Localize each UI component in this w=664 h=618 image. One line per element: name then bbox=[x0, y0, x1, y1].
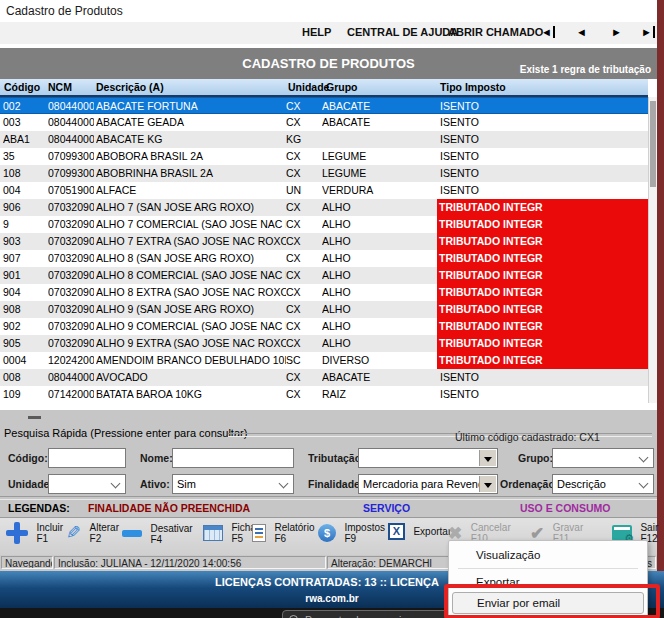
export-context-menu: Visualização Exportar Enviar por email bbox=[448, 540, 648, 618]
menu-item-enviar-por-email[interactable]: Enviar por email bbox=[452, 592, 644, 614]
finalidade-label: Finalidade: bbox=[308, 478, 363, 490]
table-row[interactable]: 902 07032090 ALHO 9 COMERCIAL (SAO JOSE … bbox=[0, 318, 648, 335]
column-descricao[interactable]: Descrição (A) bbox=[96, 81, 164, 93]
dropdown-arrow-icon[interactable] bbox=[479, 450, 496, 466]
form-header: CADASTRO DE PRODUTOS Existe 1 regra de t… bbox=[0, 48, 657, 79]
status-mode: Navegando bbox=[1, 556, 53, 569]
search-group-label: Pesquisa Rápida (Pressione enter para co… bbox=[4, 427, 247, 439]
chevron-down-icon bbox=[279, 479, 289, 489]
legends-title: LEGENDAS: bbox=[8, 502, 70, 514]
chevron-down-icon bbox=[639, 479, 649, 489]
exportar-button[interactable]: X Exportar bbox=[388, 522, 451, 552]
impostos-button[interactable]: $ ImpostosF9 bbox=[318, 522, 385, 552]
unidade-label: Unidade: bbox=[8, 478, 53, 490]
column-tipo-imposto[interactable]: Tipo Imposto bbox=[440, 81, 506, 93]
table-row[interactable]: ABA1 08044000 ABACATE KG KG ISENTO bbox=[0, 131, 648, 148]
menu-item-exportar[interactable]: Exportar bbox=[452, 572, 644, 592]
excel-icon: X bbox=[388, 523, 405, 540]
title-bar: Cadastro de Produtos bbox=[0, 0, 657, 22]
tributacao-label: Tributação: bbox=[308, 452, 365, 464]
product-table: 002 08044000 ABACATE FORTUNA CX ABACATE … bbox=[0, 97, 648, 403]
table-row[interactable]: 904 07032090 ALHO 8 EXTRA (SAO JOSE NAC … bbox=[0, 284, 648, 301]
table-row[interactable]: 35 07099300 ABOBORA BRASIL 2A CX LEGUME … bbox=[0, 148, 648, 165]
column-codigo[interactable]: Código bbox=[4, 81, 40, 93]
chevron-down-icon bbox=[639, 453, 649, 463]
last-record-icon[interactable]: ► bbox=[641, 26, 655, 38]
status-inclusao: Inclusão: JULIANA - 12/11/2020 14:00:56 bbox=[54, 556, 326, 569]
table-row[interactable]: 0004 12024200 AMENDOIM BRANCO DEBULHADO … bbox=[0, 352, 648, 369]
table-row[interactable]: 003 08044000 ABACATE GEADA CX ABACATE IS… bbox=[0, 114, 648, 131]
scrollbar-thumb[interactable] bbox=[650, 101, 656, 187]
menu-item-visualizacao[interactable]: Visualização bbox=[452, 545, 644, 565]
table-row[interactable]: 109 07142000 BATATA BAROA 10KG CX RAIZ I… bbox=[0, 386, 648, 403]
finalidade-select[interactable]: Mercadoria para Revenda bbox=[358, 474, 498, 494]
legends-bar: LEGENDAS: FINALIDADE NÃO PREENCHIDA SERV… bbox=[0, 500, 657, 517]
menu-abrir-chamado[interactable]: ABRIR CHAMADO bbox=[448, 26, 543, 38]
tax-rule-note: Existe 1 regra de tributação bbox=[520, 64, 651, 75]
tributacao-select[interactable] bbox=[358, 448, 498, 468]
legend-finalidade-nao-preenchida: FINALIDADE NÃO PREENCHIDA bbox=[88, 502, 250, 514]
exit-window-icon bbox=[612, 525, 632, 541]
ficha-button[interactable]: FichaF5 bbox=[203, 522, 256, 552]
codigo-label: Código: bbox=[8, 452, 48, 464]
search-panel: Pesquisa Rápida (Pressione enter para co… bbox=[0, 410, 657, 555]
cadastro-de-produtos-window: Cadastro de Produtos HELP CENTRAL DE AJU… bbox=[0, 0, 664, 618]
codigo-input[interactable] bbox=[48, 448, 126, 468]
ordenacao-select[interactable]: Descrição bbox=[552, 474, 654, 494]
grupo-label: Grupo: bbox=[518, 452, 553, 464]
next-record-icon[interactable]: ► bbox=[611, 26, 622, 38]
ativo-label: Ativo: bbox=[140, 478, 170, 490]
legend-servico: SERVIÇO bbox=[363, 502, 410, 514]
menu-bar: HELP CENTRAL DE AJUDA ABRIR CHAMADO ◄ ◄ … bbox=[0, 22, 657, 44]
pencil-icon: ✎ bbox=[66, 522, 81, 544]
first-record-icon[interactable]: ◄ bbox=[541, 26, 555, 38]
nome-label: Nome: bbox=[140, 452, 173, 464]
splitter-handle[interactable] bbox=[28, 416, 41, 419]
alterar-button[interactable]: ✎ AlterarF2 bbox=[66, 522, 119, 552]
chevron-down-icon bbox=[111, 479, 121, 489]
plus-icon bbox=[6, 522, 28, 544]
incluir-button[interactable]: IncluirF1 bbox=[6, 522, 63, 552]
menu-separator bbox=[458, 568, 638, 569]
table-row[interactable]: 108 07099300 ABOBRINHA BRASIL 2A CX LEGU… bbox=[0, 165, 648, 182]
table-row[interactable]: 004 07051900 ALFACE UN VERDURA ISENTO bbox=[0, 182, 648, 199]
column-unidade[interactable]: Unidade bbox=[288, 81, 329, 93]
menu-central-de-ajuda[interactable]: CENTRAL DE AJUDA bbox=[347, 26, 458, 38]
dash-icon bbox=[122, 530, 142, 537]
legend-uso-e-consumo: USO E CONSUMO bbox=[520, 502, 610, 514]
grid-icon bbox=[203, 525, 223, 541]
report-icon bbox=[252, 524, 266, 542]
ordenacao-label: Ordenação: bbox=[500, 478, 558, 490]
taskbar-search-input[interactable]: Pergunte alguma coisa bbox=[282, 610, 468, 618]
unidade-select[interactable] bbox=[48, 474, 126, 494]
table-row[interactable]: 908 07032090 ALHO 9 (SAN JOSE ARG ROXO) … bbox=[0, 301, 648, 318]
table-row[interactable]: 905 07032090 ALHO 9 EXTRA (SAO JOSE NAC … bbox=[0, 335, 648, 352]
column-ncm[interactable]: NCM bbox=[48, 81, 72, 93]
dropdown-arrow-icon[interactable] bbox=[479, 476, 496, 492]
previous-record-icon[interactable]: ◄ bbox=[576, 26, 587, 38]
table-row[interactable]: 906 07032090 ALHO 7 (SAN JOSE ARG ROXO) … bbox=[0, 199, 648, 216]
column-grupo[interactable]: Grupo bbox=[326, 81, 358, 93]
table-scrollbar[interactable] bbox=[648, 97, 657, 403]
desativar-button[interactable]: DesativarF4 bbox=[122, 522, 193, 552]
table-row[interactable]: 9 07032090 ALHO 7 COMERCIAL (SAO JOSE NA… bbox=[0, 216, 648, 233]
dollar-icon: $ bbox=[318, 524, 336, 542]
relatorio-button[interactable]: RelatórioF6 bbox=[252, 522, 314, 552]
grupo-select[interactable] bbox=[552, 448, 654, 468]
last-code-label: Último código cadastrado: CX1 bbox=[455, 431, 600, 443]
table-row[interactable]: 903 07032090 ALHO 7 EXTRA (SAO JOSE NAC … bbox=[0, 233, 648, 250]
ativo-select[interactable]: Sim bbox=[172, 474, 294, 494]
table-row[interactable]: 907 07032090 ALHO 8 (SAN JOSE ARG ROXO) … bbox=[0, 250, 648, 267]
menu-help[interactable]: HELP bbox=[302, 26, 331, 38]
window-title: Cadastro de Produtos bbox=[6, 4, 123, 18]
table-row[interactable]: 002 08044000 ABACATE FORTUNA CX ABACATE … bbox=[0, 97, 648, 114]
nome-input[interactable] bbox=[172, 448, 294, 468]
table-row[interactable]: 901 07032090 ALHO 8 COMERCIAL (SAO JOSE … bbox=[0, 267, 648, 284]
table-row[interactable]: 008 08044000 AVOCADO CX ABACATE ISENTO bbox=[0, 369, 648, 386]
table-column-header: Código NCM Descrição (A) Unidade Grupo T… bbox=[0, 79, 648, 97]
